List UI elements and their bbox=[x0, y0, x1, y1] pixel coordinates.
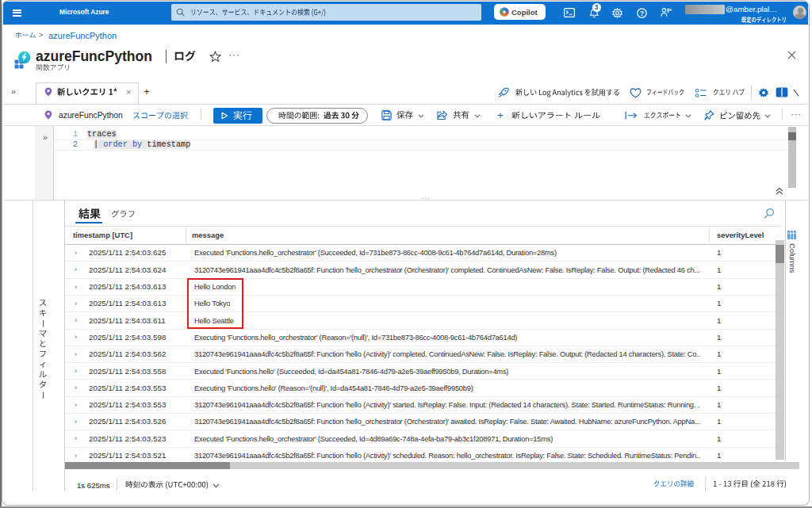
svg-text:?: ? bbox=[640, 10, 644, 17]
